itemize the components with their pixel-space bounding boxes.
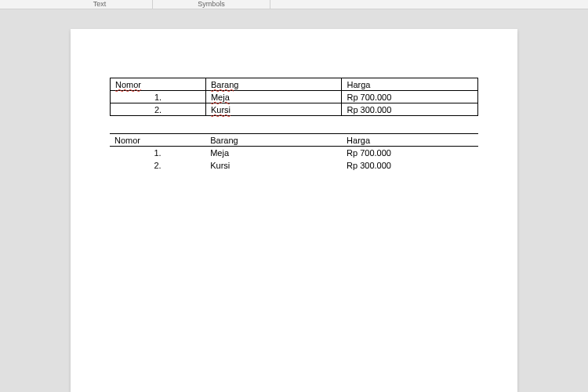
ribbon-group-text[interactable]: Text xyxy=(0,0,153,9)
table-row[interactable]: 1. Meja Rp 700.000 xyxy=(110,147,478,159)
header-barang[interactable]: Barang xyxy=(205,78,342,91)
header-nomor[interactable]: Nomor xyxy=(111,78,206,91)
table-row[interactable]: Nomor Barang Harga xyxy=(111,78,478,91)
header-nomor[interactable]: Nomor xyxy=(110,134,205,147)
open-table[interactable]: Nomor Barang Harga 1. Meja Rp 700.000 2.… xyxy=(110,133,478,172)
cell-text: Kursi xyxy=(211,105,230,114)
cell-text: Harga xyxy=(347,136,370,145)
cell-harga[interactable]: Rp 700.000 xyxy=(342,91,478,103)
cell-nomor[interactable]: 2. xyxy=(110,159,205,172)
cell-barang[interactable]: Meja xyxy=(205,147,342,159)
cell-text: Rp 700.000 xyxy=(347,148,391,158)
ribbon-group-label: Symbols xyxy=(198,0,225,8)
cell-text: Nomor xyxy=(114,136,140,145)
table-row[interactable]: 2. Kursi Rp 300.000 xyxy=(110,159,478,172)
cell-text: Meja xyxy=(210,148,229,158)
table-row[interactable]: 2. Kursi Rp 300.000 xyxy=(111,103,478,116)
cell-text: Barang xyxy=(211,80,238,89)
cell-text: 1. xyxy=(154,148,162,158)
ribbon-group-label: Text xyxy=(93,0,107,8)
document-page[interactable]: Nomor Barang Harga 1. Meja Rp 700.000 2.… xyxy=(71,29,517,392)
cell-harga[interactable]: Rp 700.000 xyxy=(342,147,478,159)
cell-text: Rp 300.000 xyxy=(347,105,391,114)
ribbon-bar: Text Symbols xyxy=(0,0,588,9)
cell-barang[interactable]: Meja xyxy=(205,91,342,103)
cell-text: 2. xyxy=(154,161,162,170)
workspace: Nomor Barang Harga 1. Meja Rp 700.000 2.… xyxy=(0,9,588,392)
cell-text: Rp 700.000 xyxy=(347,93,391,102)
cell-text: 1. xyxy=(154,93,162,102)
cell-barang[interactable]: Kursi xyxy=(205,159,342,172)
cell-text: Nomor xyxy=(115,80,141,89)
cell-harga[interactable]: Rp 300.000 xyxy=(342,103,478,116)
header-barang[interactable]: Barang xyxy=(205,134,342,147)
cell-text: Meja xyxy=(211,93,230,102)
cell-nomor[interactable]: 2. xyxy=(111,103,206,116)
cell-nomor[interactable]: 1. xyxy=(110,147,205,159)
cell-text: Rp 300.000 xyxy=(347,161,391,170)
cell-text: Harga xyxy=(347,80,370,89)
cell-text: 2. xyxy=(154,105,162,114)
table-row[interactable]: Nomor Barang Harga xyxy=(110,134,478,147)
ribbon-group-symbols[interactable]: Symbols xyxy=(153,0,270,9)
header-harga[interactable]: Harga xyxy=(342,78,478,91)
bordered-table[interactable]: Nomor Barang Harga 1. Meja Rp 700.000 2.… xyxy=(110,78,478,116)
header-harga[interactable]: Harga xyxy=(342,134,478,147)
cell-text: Kursi xyxy=(210,161,230,170)
cell-harga[interactable]: Rp 300.000 xyxy=(342,159,478,172)
table-row[interactable]: 1. Meja Rp 700.000 xyxy=(111,91,478,103)
cell-nomor[interactable]: 1. xyxy=(111,91,206,103)
cell-barang[interactable]: Kursi xyxy=(205,103,342,116)
cell-text: Barang xyxy=(210,136,238,145)
